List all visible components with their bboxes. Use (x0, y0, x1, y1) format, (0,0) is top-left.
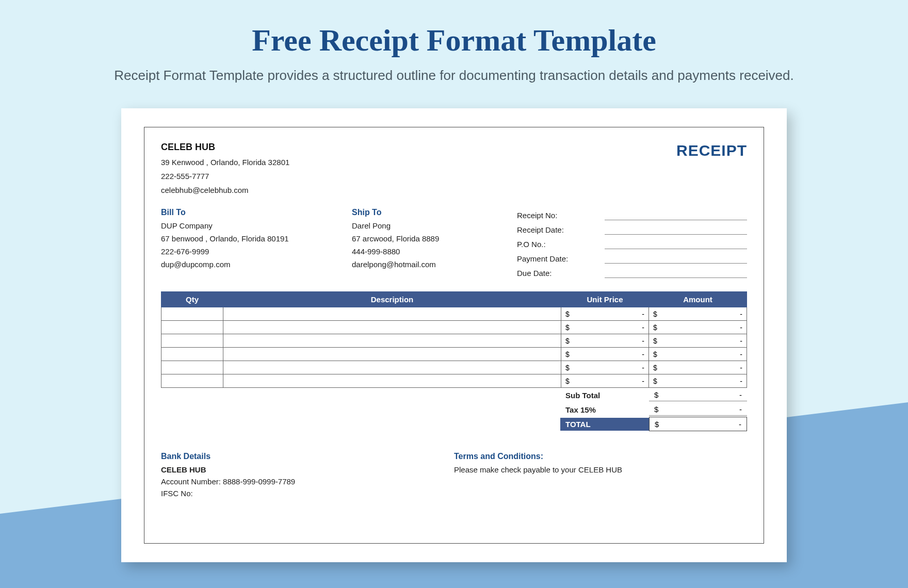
bill-to-address: 67 benwood , Orlando, Florida 80191 (161, 234, 352, 243)
tax-amount: - (739, 405, 742, 414)
document-card: CELEB HUB 39 Kenwood , Orlando, Florida … (121, 108, 787, 562)
receipt-title: RECEIPT (676, 142, 747, 194)
bill-to-name: DUP Company (161, 221, 352, 230)
table-row: $-$- (161, 334, 747, 348)
bill-to-phone: 222-676-9999 (161, 247, 352, 256)
page-subtitle: Receipt Format Template provides a struc… (0, 68, 908, 84)
table-row: $-$- (161, 348, 747, 361)
cell-qty[interactable] (161, 321, 223, 334)
tax-sym: $ (654, 405, 658, 414)
bill-to-email: dup@dupcomp.com (161, 260, 352, 269)
subtotal-value: $ - (649, 389, 747, 401)
subtotal-sym: $ (654, 390, 658, 399)
company-block: CELEB HUB 39 Kenwood , Orlando, Florida … (161, 142, 289, 194)
ship-to-name: Darel Pong (352, 221, 517, 230)
header-amount: Amount (649, 292, 747, 307)
meta-field[interactable] (605, 210, 747, 220)
meta-row: Receipt No: (517, 208, 747, 222)
subtotal-label: Sub Total (560, 391, 649, 400)
header-description: Description (223, 292, 561, 307)
cell-qty[interactable] (161, 361, 223, 374)
page-title: Free Receipt Format Template (0, 0, 908, 58)
meta-label: Receipt No: (517, 211, 605, 220)
bill-to-block: Bill To DUP Company 67 benwood , Orlando… (161, 208, 352, 280)
cell-unit-price[interactable]: $- (561, 307, 649, 321)
receipt-meta-block: Receipt No:Receipt Date:P.O No.:Payment … (517, 208, 747, 280)
cell-unit-price[interactable]: $- (561, 334, 649, 348)
cell-unit-price[interactable]: $- (561, 361, 649, 374)
cell-amount[interactable]: $- (649, 348, 747, 361)
table-row: $-$- (161, 361, 747, 374)
tax-label: Tax 15% (560, 405, 649, 414)
meta-field[interactable] (605, 268, 747, 278)
ship-to-address: 67 arcwood, Florida 8889 (352, 234, 517, 243)
meta-label: Due Date: (517, 269, 605, 277)
terms-heading: Terms and Conditions: (454, 452, 747, 461)
meta-field[interactable] (605, 224, 747, 235)
company-address: 39 Kenwood , Orlando, Florida 32801 (161, 158, 289, 167)
cell-unit-price[interactable]: $- (561, 321, 649, 334)
cell-description[interactable] (223, 374, 561, 388)
cell-unit-price[interactable]: $- (561, 374, 649, 388)
cell-amount[interactable]: $- (649, 307, 747, 321)
cell-description[interactable] (223, 321, 561, 334)
company-email: celebhub@celebhub.com (161, 186, 289, 194)
company-name: CELEB HUB (161, 142, 289, 153)
company-phone: 222-555-7777 (161, 172, 289, 181)
meta-row: P.O No.: (517, 237, 747, 251)
bill-to-heading: Bill To (161, 208, 352, 217)
cell-qty[interactable] (161, 374, 223, 388)
total-sym: $ (655, 420, 659, 429)
meta-label: Payment Date: (517, 254, 605, 263)
cell-amount[interactable]: $- (649, 321, 747, 334)
table-row: $-$- (161, 374, 747, 388)
cell-unit-price[interactable]: $- (561, 348, 649, 361)
meta-row: Due Date: (517, 266, 747, 280)
total-label: TOTAL (560, 418, 649, 431)
cell-description[interactable] (223, 307, 561, 321)
meta-row: Receipt Date: (517, 222, 747, 237)
document-border: CELEB HUB 39 Kenwood , Orlando, Florida … (144, 127, 764, 544)
cell-amount[interactable]: $- (649, 374, 747, 388)
table-row: $-$- (161, 307, 747, 321)
terms-text: Please make check payable to your CELEB … (454, 465, 747, 474)
cell-description[interactable] (223, 361, 561, 374)
terms-block: Terms and Conditions: Please make check … (454, 452, 747, 498)
ship-to-phone: 444-999-8880 (352, 247, 517, 256)
subtotal-amount: - (739, 390, 742, 399)
cell-qty[interactable] (161, 334, 223, 348)
header-qty: Qty (161, 292, 223, 307)
ship-to-email: darelpong@hotmail.com (352, 260, 517, 269)
ship-to-heading: Ship To (352, 208, 517, 217)
cell-description[interactable] (223, 348, 561, 361)
cell-amount[interactable]: $- (649, 361, 747, 374)
bank-details-block: Bank Details CELEB HUB Account Number: 8… (161, 452, 454, 498)
table-row: $-$- (161, 321, 747, 334)
cell-qty[interactable] (161, 348, 223, 361)
bank-ifsc: IFSC No: (161, 489, 454, 498)
bank-name: CELEB HUB (161, 465, 454, 474)
cell-qty[interactable] (161, 307, 223, 321)
bank-account: Account Number: 8888-999-0999-7789 (161, 477, 454, 486)
totals-block: Sub Total $ - Tax 15% $ - TOTAL $ - (560, 388, 747, 431)
bank-heading: Bank Details (161, 452, 454, 461)
total-amount: - (739, 420, 741, 429)
meta-field[interactable] (605, 239, 747, 249)
total-value: $ - (649, 417, 747, 431)
meta-label: P.O No.: (517, 240, 605, 249)
items-table: Qty Description Unit Price Amount $-$-$-… (161, 291, 747, 388)
meta-row: Payment Date: (517, 251, 747, 266)
meta-label: Receipt Date: (517, 225, 605, 234)
header-unit-price: Unit Price (561, 292, 649, 307)
cell-description[interactable] (223, 334, 561, 348)
meta-field[interactable] (605, 253, 747, 264)
tax-value: $ - (649, 403, 747, 416)
cell-amount[interactable]: $- (649, 334, 747, 348)
ship-to-block: Ship To Darel Pong 67 arcwood, Florida 8… (352, 208, 517, 280)
